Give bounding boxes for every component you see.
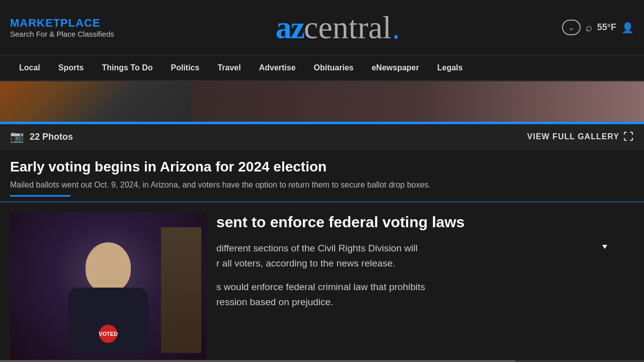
- nav-item-advertise[interactable]: Advertise: [250, 56, 305, 79]
- photo-count: 22 Photos: [30, 132, 73, 142]
- main-content: VOTED sent to enforce federal voting law…: [0, 202, 644, 362]
- header: MARKETPLACE Search For & Place Classifie…: [0, 0, 644, 55]
- article-divider: [10, 195, 70, 197]
- person-body: VOTED: [68, 288, 148, 353]
- voted-badge: VOTED: [99, 325, 117, 343]
- header-right: ⌄ ⌕ 55°F 👤: [562, 20, 634, 35]
- nav-item-sports[interactable]: Sports: [49, 56, 93, 79]
- fullscreen-icon: ⛶: [623, 131, 634, 143]
- weather-display[interactable]: 55°F: [597, 22, 616, 33]
- logo-az: az: [276, 9, 304, 46]
- nav-item-things-to-do[interactable]: Things To Do: [93, 56, 162, 79]
- nav-item-travel[interactable]: Travel: [208, 56, 250, 79]
- photo-count-section: 📷 22 Photos: [10, 130, 73, 143]
- nav-item-local[interactable]: Local: [10, 56, 49, 79]
- hero-left-image: [0, 81, 191, 122]
- video-player[interactable]: VOTED: [10, 212, 206, 362]
- nav-item-enewspaper[interactable]: eNewspaper: [363, 56, 428, 79]
- person-head: [86, 242, 131, 293]
- site-logo[interactable]: az central .: [114, 9, 562, 46]
- video-frame: VOTED: [10, 212, 206, 362]
- shelf-background: [161, 227, 201, 353]
- gallery-label: VIEW FULL GALLERY: [527, 132, 619, 141]
- article-body: sent to enforce federal voting laws diff…: [206, 212, 634, 362]
- expand-button[interactable]: ⌄: [562, 20, 581, 35]
- article-paragraph-2: s would enforce federal criminal law tha…: [216, 280, 634, 310]
- logo-central: central: [304, 9, 391, 46]
- photo-bar: 📷 22 Photos VIEW FULL GALLERY ⛶: [0, 124, 644, 150]
- nav-bar: Local Sports Things To Do Politics Trave…: [0, 55, 644, 81]
- article-paragraph-1: different sections of the Civil Rights D…: [216, 241, 634, 272]
- marketplace-subtitle[interactable]: Search For & Place Classifieds: [10, 30, 114, 38]
- hero-right-image: [191, 81, 644, 122]
- camera-icon: 📷: [10, 130, 24, 143]
- search-button[interactable]: ⌕: [586, 21, 592, 34]
- view-gallery-button[interactable]: VIEW FULL GALLERY ⛶: [527, 131, 634, 143]
- article-headline2: sent to enforce federal voting laws: [216, 212, 634, 232]
- search-icon: ⌕: [586, 21, 592, 34]
- scroll-bar-fill: [0, 360, 515, 362]
- article-header: Early voting begins in Arizona for 2024 …: [0, 150, 644, 202]
- article-title: Early voting begins in Arizona for 2024 …: [10, 159, 634, 175]
- headline2-text: sent to enforce federal voting laws: [216, 214, 464, 230]
- marketplace-block: MARKETPLACE Search For & Place Classifie…: [10, 17, 114, 38]
- logo-dot: .: [391, 9, 400, 46]
- user-icon[interactable]: 👤: [621, 22, 634, 34]
- scroll-bar[interactable]: [0, 360, 644, 362]
- hero-image-strip: [0, 81, 644, 122]
- article-subtitle: Mailed ballots went out Oct. 9, 2024, in…: [10, 179, 634, 191]
- nav-item-legals[interactable]: Legals: [428, 56, 472, 79]
- nav-item-obituaries[interactable]: Obituaries: [305, 56, 363, 79]
- marketplace-title[interactable]: MARKETPLACE: [10, 17, 114, 30]
- chevron-down-icon: ⌄: [568, 23, 575, 32]
- nav-item-politics[interactable]: Politics: [162, 56, 208, 79]
